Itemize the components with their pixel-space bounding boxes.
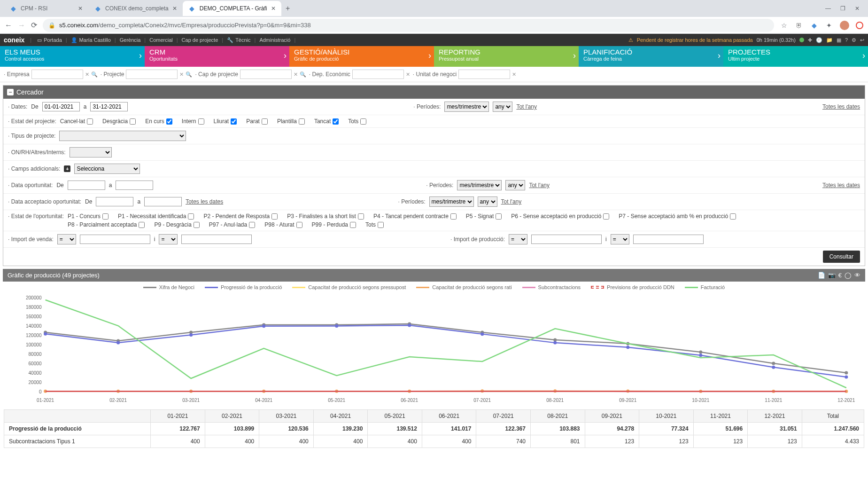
tipus-proj-select[interactable] bbox=[59, 131, 186, 141]
data-op-to[interactable] bbox=[116, 181, 153, 190]
profile-avatar[interactable] bbox=[840, 21, 849, 30]
data-acc-to[interactable] bbox=[144, 197, 182, 206]
estat-proj-checkbox[interactable]: Parat bbox=[246, 118, 268, 125]
tab-close-icon[interactable]: ✕ bbox=[78, 5, 83, 12]
estat-op-checkbox[interactable]: P3 - Finalistes a la short list bbox=[287, 213, 364, 220]
estat-op-checkbox[interactable]: P2 - Pendent de Resposta bbox=[203, 213, 278, 220]
star-icon[interactable]: ☆ bbox=[780, 21, 788, 30]
warning-text[interactable]: Pendent de registrar hores de la setmana… bbox=[637, 37, 753, 43]
tot-lany-link[interactable]: Tot l'any bbox=[529, 182, 550, 189]
clear-icon[interactable]: ✕ bbox=[406, 71, 410, 78]
maximize-icon[interactable]: ❐ bbox=[840, 5, 845, 12]
date-from-input[interactable] bbox=[42, 102, 80, 111]
logout-icon[interactable]: ↩ bbox=[860, 37, 864, 43]
euro-icon[interactable]: € bbox=[838, 272, 842, 279]
legend-item[interactable]: Subcontractacions bbox=[522, 284, 581, 290]
periode-select-2[interactable]: any bbox=[493, 102, 512, 112]
brand-logo[interactable]: coneix bbox=[4, 36, 24, 44]
browser-tab[interactable]: ◆DEMO_COMPLETA - Gràfi✕ bbox=[183, 1, 281, 16]
recorder-icon[interactable] bbox=[856, 22, 863, 29]
nav-tab[interactable]: PLANIFICACIÓCàrrega de feina› bbox=[579, 46, 723, 67]
estat-op-checkbox[interactable]: P4 - Tancat pendent contracte bbox=[373, 213, 457, 220]
circle-icon[interactable]: ◯ bbox=[845, 272, 852, 279]
estat-op-checkbox[interactable]: P1 - Necessitat identificada bbox=[118, 213, 194, 220]
estat-op-checkbox[interactable]: Tots bbox=[365, 221, 384, 228]
estat-proj-checkbox[interactable]: Lliurat bbox=[214, 118, 237, 125]
estat-proj-checkbox[interactable]: Tancat bbox=[314, 118, 339, 125]
topbar-menu-item[interactable]: ▭Portada bbox=[34, 37, 65, 43]
search-icon[interactable]: 🔍 bbox=[186, 71, 192, 78]
periode-select[interactable]: any bbox=[505, 180, 525, 190]
estat-op-checkbox[interactable]: P6 - Sense acceptació en producció bbox=[511, 213, 609, 220]
estat-proj-checkbox[interactable]: En curs bbox=[145, 118, 172, 125]
totes-dates-link[interactable]: Totes les dates bbox=[186, 198, 223, 205]
url-box[interactable]: 🔒 s5.coneix.com/demo_completa/Coneix2/mv… bbox=[43, 19, 774, 32]
nav-tab[interactable]: PROJECTESUltim projecte› bbox=[723, 46, 868, 67]
op-select[interactable]: = bbox=[509, 234, 527, 244]
estat-op-checkbox[interactable]: P9 - Desgràcia bbox=[154, 221, 199, 228]
eye-icon[interactable]: 👁 bbox=[854, 272, 860, 279]
status-dot-icon[interactable] bbox=[799, 38, 804, 42]
op-select[interactable]: = bbox=[159, 234, 178, 244]
on-rh-select[interactable] bbox=[70, 147, 112, 157]
gear-icon[interactable]: ⚙ bbox=[852, 37, 856, 43]
grid-icon[interactable]: ▦ bbox=[837, 37, 841, 43]
search-icon[interactable]: 🔍 bbox=[91, 71, 98, 78]
estat-proj-checkbox[interactable]: Desgràcia bbox=[102, 118, 136, 125]
date-to-input[interactable] bbox=[90, 102, 128, 111]
cercador-header[interactable]: − Cercador bbox=[3, 86, 865, 99]
topbar-menu-item[interactable]: 👤María Castillo bbox=[68, 37, 114, 43]
add-field-icon[interactable]: + bbox=[64, 165, 70, 172]
collapse-icon[interactable]: − bbox=[7, 89, 14, 95]
camps-select[interactable]: Selecciona bbox=[74, 164, 140, 174]
nav-tab[interactable]: CRMOportunitats› bbox=[145, 46, 289, 67]
clear-icon[interactable]: ✕ bbox=[179, 71, 184, 78]
legend-item[interactable]: Progressió de la producció bbox=[205, 284, 282, 290]
empresa-input[interactable] bbox=[31, 70, 83, 79]
minimize-icon[interactable]: — bbox=[825, 5, 831, 12]
estat-proj-checkbox[interactable]: Cancel·lat bbox=[60, 118, 93, 125]
dep-input[interactable] bbox=[352, 70, 404, 79]
extension-shield-icon[interactable]: ⛨ bbox=[795, 21, 803, 30]
totes-dates-link[interactable]: Totes les dates bbox=[822, 103, 860, 110]
plus-icon[interactable]: ✚ bbox=[808, 37, 812, 43]
estat-op-checkbox[interactable]: P5 - Signat bbox=[466, 213, 502, 220]
clock-icon[interactable]: 🕘 bbox=[816, 37, 822, 43]
search-icon[interactable]: 🔍 bbox=[300, 71, 306, 78]
extension-blue-icon[interactable]: ◆ bbox=[810, 21, 818, 30]
legend-item[interactable]: Xifra de Negoci bbox=[143, 284, 194, 290]
import-prod-1[interactable] bbox=[531, 235, 602, 244]
totes-dates-link[interactable]: Totes les dates bbox=[822, 182, 860, 189]
periode-select[interactable]: mes/trimestre bbox=[457, 180, 502, 190]
tot-lany-link[interactable]: Tot l'any bbox=[501, 198, 522, 205]
projecte-input[interactable] bbox=[126, 70, 178, 79]
op-select[interactable]: = bbox=[611, 234, 629, 244]
browser-tab[interactable]: ◆CONEIX demo_completa✕ bbox=[88, 1, 183, 16]
cap-input[interactable] bbox=[240, 70, 292, 79]
extensions-puzzle-icon[interactable]: ✦ bbox=[825, 21, 833, 30]
nav-tab[interactable]: GESTIÓ/ANÀLISIGràfic de producció› bbox=[289, 46, 434, 67]
folder-icon[interactable]: 📁 bbox=[826, 37, 833, 43]
periode-select[interactable]: mes/trimestre bbox=[429, 196, 474, 207]
periode-select[interactable]: any bbox=[478, 196, 497, 207]
unitat-input[interactable] bbox=[458, 70, 510, 79]
nav-tab[interactable]: ELS MEUSControl accessos› bbox=[0, 46, 145, 67]
camera-icon[interactable]: 📷 bbox=[828, 272, 836, 279]
estat-proj-checkbox[interactable]: Intern bbox=[182, 118, 204, 125]
estat-op-checkbox[interactable]: P1 - Concurs bbox=[68, 213, 108, 220]
new-tab-button[interactable]: + bbox=[281, 4, 294, 13]
tot-lany-link[interactable]: Tot l'any bbox=[516, 103, 537, 110]
estat-op-checkbox[interactable]: P99 - Perduda bbox=[312, 221, 356, 228]
topbar-menu-item[interactable]: Gerència bbox=[117, 37, 144, 43]
consultar-button[interactable]: Consultar bbox=[823, 251, 860, 263]
browser-tab[interactable]: ◆CPM - RSI✕ bbox=[4, 1, 88, 16]
op-select[interactable]: = bbox=[57, 234, 76, 244]
legend-item[interactable]: Previsions de producció DDN bbox=[591, 284, 674, 290]
topbar-menu-item[interactable]: Administració bbox=[256, 37, 293, 43]
estat-proj-checkbox[interactable]: Plantilla bbox=[277, 118, 305, 125]
clear-icon[interactable]: ✕ bbox=[85, 71, 89, 78]
data-acc-from[interactable] bbox=[96, 197, 133, 206]
forward-icon[interactable]: → bbox=[18, 21, 25, 30]
data-op-from[interactable] bbox=[68, 181, 105, 190]
clear-icon[interactable]: ✕ bbox=[512, 71, 516, 78]
